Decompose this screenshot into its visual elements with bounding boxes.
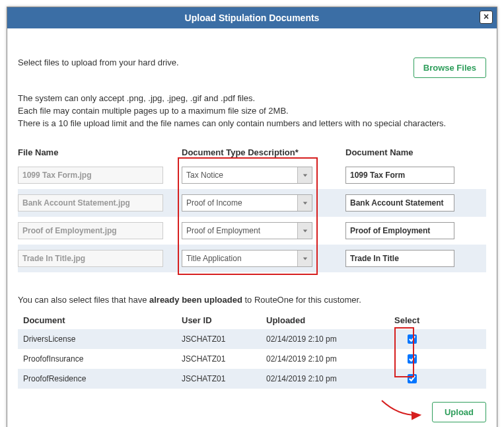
- file-table-header: File Name Document Type Description* Doc…: [18, 147, 486, 161]
- file-name-field: [18, 250, 163, 267]
- doc-type-select[interactable]: Title Application: [182, 250, 312, 267]
- uploaded-time: 02/14/2019 2:10 pm: [266, 334, 392, 344]
- svg-marker-0: [303, 174, 306, 176]
- doc-name-field[interactable]: [345, 250, 454, 267]
- svg-marker-2: [303, 229, 306, 232]
- doc-name-field[interactable]: [345, 222, 454, 239]
- select-checkbox[interactable]: [408, 354, 417, 364]
- chevron-down-icon: [297, 167, 312, 183]
- select-checkbox[interactable]: [408, 374, 417, 383]
- doc-type-select[interactable]: Proof of Employment: [182, 222, 312, 239]
- file-name-field: [18, 222, 163, 239]
- constraint-line-3: There is a 10 file upload limit and the …: [18, 118, 486, 130]
- doc-type-value: Title Application: [182, 251, 297, 266]
- already-uploaded-section: You can also select files that have alre…: [18, 295, 486, 389]
- uploaded-doc: ProofofResidence: [23, 374, 182, 383]
- doc-type-value: Proof of Employment: [182, 223, 297, 239]
- chevron-down-icon: [297, 251, 312, 266]
- svg-marker-3: [303, 257, 306, 260]
- svg-marker-1: [303, 202, 306, 204]
- arrow-annotation-icon: [379, 397, 425, 423]
- header-user-id: User ID: [182, 315, 266, 325]
- doc-type-select[interactable]: Tax Notice: [182, 167, 312, 184]
- file-row: Tax Notice: [18, 161, 486, 189]
- header-uploaded: Uploaded: [266, 315, 392, 325]
- already-uploaded-header: Document User ID Uploaded Select: [18, 311, 486, 329]
- uploaded-time: 02/14/2019 2:10 pm: [266, 354, 392, 364]
- dialog-body: Select files to upload from your hard dr…: [7, 28, 497, 427]
- chevron-down-icon: [297, 223, 312, 239]
- dialog-header: Upload Stipulation Documents ×: [7, 7, 497, 28]
- uploaded-row: ProofofResidence JSCHATZ01 02/14/2019 2:…: [18, 369, 486, 389]
- doc-type-value: Proof of Income: [182, 195, 297, 211]
- uploaded-user: JSCHATZ01: [182, 354, 266, 364]
- uploaded-doc: DriversLicense: [23, 334, 182, 344]
- intro-bold: already been uploaded: [149, 295, 242, 305]
- header-doc-type: Document Type Description*: [182, 147, 345, 157]
- upload-button[interactable]: Upload: [432, 402, 486, 422]
- intro-pre: You can also select files that have: [18, 295, 149, 305]
- file-name-field: [18, 167, 163, 184]
- close-icon: ×: [484, 11, 489, 22]
- doc-type-value: Tax Notice: [182, 167, 297, 183]
- upload-stipulation-dialog: Upload Stipulation Documents × Select fi…: [7, 7, 497, 427]
- constraint-line-1: The system can only accept .png, .jpg, .…: [18, 93, 486, 105]
- doc-name-field[interactable]: [345, 194, 454, 212]
- file-name-field: [18, 194, 163, 212]
- intro-post: to RouteOne for this customer.: [242, 295, 361, 305]
- uploaded-user: JSCHATZ01: [182, 334, 266, 344]
- uploaded-row: ProofofInsurance JSCHATZ01 02/14/2019 2:…: [18, 349, 486, 369]
- dialog-title: Upload Stipulation Documents: [185, 13, 320, 23]
- uploaded-doc: ProofofInsurance: [23, 354, 182, 364]
- file-row: Proof of Income: [18, 189, 486, 217]
- close-button[interactable]: ×: [480, 11, 493, 24]
- header-select: Select: [392, 315, 481, 325]
- upload-constraints: The system can only accept .png, .jpg, .…: [18, 93, 486, 130]
- doc-type-select[interactable]: Proof of Income: [182, 194, 312, 212]
- already-uploaded-intro: You can also select files that have alre…: [18, 295, 486, 305]
- browse-files-button[interactable]: Browse Files: [414, 58, 486, 78]
- uploaded-row: DriversLicense JSCHATZ01 02/14/2019 2:10…: [18, 329, 486, 349]
- header-doc-name: Document Name: [345, 147, 486, 157]
- constraint-line-2: Each file may contain multiple pages up …: [18, 105, 486, 118]
- chevron-down-icon: [297, 195, 312, 211]
- file-row: Title Application: [18, 245, 486, 272]
- file-upload-table: File Name Document Type Description* Doc…: [18, 147, 486, 272]
- select-checkbox[interactable]: [408, 334, 417, 344]
- header-document: Document: [23, 315, 182, 325]
- doc-name-field[interactable]: [345, 167, 454, 184]
- select-files-text: Select files to upload from your hard dr…: [18, 58, 179, 67]
- dialog-footer: Upload: [18, 402, 486, 422]
- uploaded-user: JSCHATZ01: [182, 374, 266, 383]
- intro-row: Select files to upload from your hard dr…: [18, 58, 486, 78]
- uploaded-time: 02/14/2019 2:10 pm: [266, 374, 392, 383]
- file-row: Proof of Employment: [18, 217, 486, 245]
- header-file-name: File Name: [18, 147, 182, 157]
